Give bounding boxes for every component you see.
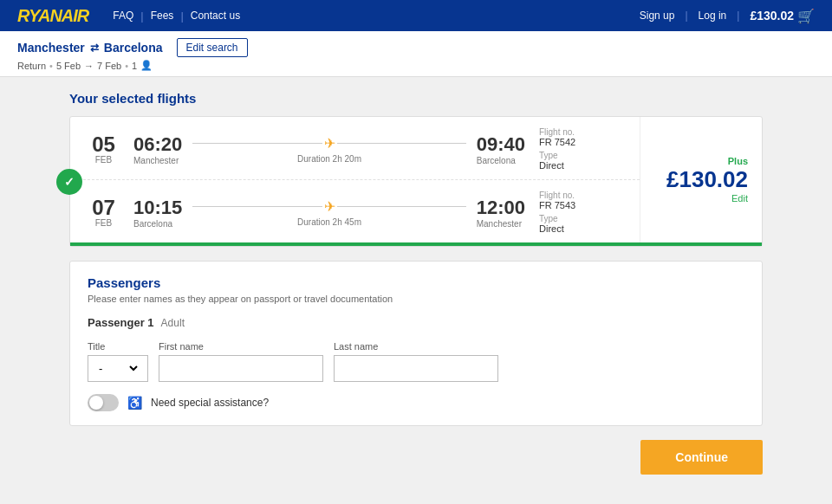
return-month: FEB — [84, 218, 123, 228]
passenger-1-heading: Passenger 1 Adult — [88, 316, 744, 329]
flight-card: ✓ 05 FEB 06:20 Manchester — [69, 116, 763, 247]
assistance-icon: ♿ — [127, 396, 142, 410]
passengers-title: Passengers — [88, 275, 744, 290]
nav-contact[interactable]: Contact us — [184, 10, 247, 22]
return-day: 07 — [84, 197, 123, 218]
cart-icon[interactable]: 🛒 — [797, 8, 815, 24]
first-name-group: First name — [159, 341, 323, 382]
passenger-1-form-row: Title - Mr Mrs Ms First name Last name — [88, 341, 744, 382]
return-date: 7 Feb — [97, 61, 121, 71]
header-right-sep2: | — [737, 10, 739, 22]
outbound-flightno: FR 7542 — [539, 137, 626, 147]
title-group: Title - Mr Mrs Ms — [88, 341, 148, 382]
return-arrive-city: Manchester — [477, 219, 525, 229]
last-name-input[interactable] — [334, 355, 498, 382]
return-arrive-col: 12:00 Manchester — [477, 197, 525, 229]
outbound-type: Direct — [539, 160, 626, 171]
assistance-toggle[interactable] — [88, 394, 119, 411]
selected-flights-title: Your selected flights — [69, 91, 763, 106]
outbound-date: 5 Feb — [56, 61, 81, 71]
last-name-label: Last name — [334, 341, 498, 352]
title-select[interactable]: - Mr Mrs Ms — [95, 361, 140, 376]
line-left — [192, 143, 322, 144]
sign-up-link[interactable]: Sign up — [640, 10, 675, 22]
header: RYANAIR FAQ | Fees | Contact us Sign up … — [0, 0, 832, 31]
outbound-depart-time: 06:20 — [133, 133, 182, 156]
log-in-link[interactable]: Log in — [699, 10, 727, 22]
outbound-depart-col: 06:20 Manchester — [133, 133, 182, 165]
pax-icon: 👤 — [140, 60, 153, 71]
return-flightno: FR 7543 — [539, 200, 626, 210]
return-type: Direct — [539, 223, 626, 234]
green-bar — [70, 242, 762, 246]
plus-label: Plus — [728, 156, 748, 166]
first-name-input[interactable] — [159, 355, 323, 382]
return-depart-time: 10:15 — [133, 197, 182, 219]
plane-icon-outbound: ✈ — [324, 135, 335, 152]
passengers-subtitle: Please enter names as they appear on pas… — [88, 294, 744, 304]
destination-city: Barcelona — [104, 41, 163, 55]
outbound-type-label: Type — [539, 151, 626, 160]
first-name-label: First name — [159, 341, 323, 352]
outbound-month: FEB — [84, 155, 123, 165]
edit-link[interactable]: Edit — [731, 193, 748, 204]
return-depart-city: Barcelona — [133, 219, 182, 229]
edit-search-button[interactable]: Edit search — [177, 38, 248, 57]
flight-card-inner: 05 FEB 06:20 Manchester ✈ Duration 2h — [70, 117, 762, 242]
date-arrow: → — [84, 61, 94, 71]
title-label: Title — [88, 341, 148, 352]
outbound-route-line: ✈ Duration 2h 20m — [182, 135, 476, 164]
outbound-arrive-col: 09:40 Barcelona — [477, 133, 525, 165]
logo: RYANAIR — [17, 6, 88, 26]
last-name-group: Last name — [334, 341, 498, 382]
return-flightno-label: Flight no. — [539, 191, 626, 200]
return-depart-col: 10:15 Barcelona — [133, 197, 182, 229]
return-line-left — [192, 206, 322, 207]
toggle-knob — [89, 396, 103, 410]
outbound-flightno-label: Flight no. — [539, 127, 626, 137]
passenger-1-label: Passenger 1 — [88, 316, 154, 329]
return-meta: Flight no. FR 7543 Type Direct — [539, 191, 626, 234]
route-info: Manchester ⇄ Barcelona Edit search — [17, 38, 815, 57]
total-price: £130.02 — [666, 166, 748, 193]
return-date-col: 07 FEB — [84, 197, 123, 228]
return-type-label: Type — [539, 214, 626, 223]
route-arrows-icon: ⇄ — [90, 42, 99, 54]
passenger-1-type: Adult — [161, 317, 185, 329]
outbound-arrive-time: 09:40 — [477, 133, 525, 156]
plane-icon-return: ✈ — [324, 198, 335, 215]
subheader: Manchester ⇄ Barcelona Edit search Retur… — [0, 31, 832, 77]
return-line-right — [337, 206, 466, 207]
outbound-duration: Duration 2h 20m — [297, 154, 361, 164]
continue-button[interactable]: Continue — [640, 440, 763, 475]
passengers-card: Passengers Please enter names as they ap… — [69, 261, 763, 426]
header-price: £130.02 🛒 — [750, 8, 815, 24]
assistance-row: ♿ Need special assistance? — [88, 394, 744, 411]
price-col: Plus £130.02 Edit — [640, 117, 762, 242]
flights-info: 05 FEB 06:20 Manchester ✈ Duration 2h — [70, 117, 640, 242]
outbound-plane-line: ✈ — [192, 135, 465, 152]
outbound-arrive-city: Barcelona — [477, 156, 525, 165]
trip-type: Return — [17, 61, 46, 71]
trip-details: Return • 5 Feb → 7 Feb • 1 👤 — [17, 60, 815, 71]
nav-faq[interactable]: FAQ — [106, 10, 140, 22]
outbound-date-col: 05 FEB — [84, 134, 123, 165]
outbound-day: 05 — [84, 134, 123, 155]
outbound-meta: Flight no. FR 7542 Type Direct — [539, 127, 626, 171]
footer-actions: Continue — [69, 440, 763, 475]
return-route-line: ✈ Duration 2h 45m — [182, 198, 476, 227]
nav-fees[interactable]: Fees — [144, 10, 181, 22]
check-badge: ✓ — [56, 169, 82, 195]
header-price-value: £130.02 — [750, 9, 794, 23]
flight-row-return: 07 FEB 10:15 Barcelona ✈ Duration 2h 4 — [70, 180, 640, 242]
return-duration: Duration 2h 45m — [297, 217, 361, 227]
assistance-text: Need special assistance? — [151, 397, 269, 409]
origin-city: Manchester — [17, 41, 85, 55]
header-right: Sign up | Log in | £130.02 🛒 — [640, 8, 815, 24]
title-select-wrapper[interactable]: - Mr Mrs Ms — [88, 355, 148, 382]
header-right-sep: | — [685, 10, 687, 22]
line-right — [337, 143, 466, 144]
dot2: • — [125, 61, 128, 71]
nav: FAQ | Fees | Contact us — [106, 10, 639, 23]
return-plane-line: ✈ — [192, 198, 465, 215]
